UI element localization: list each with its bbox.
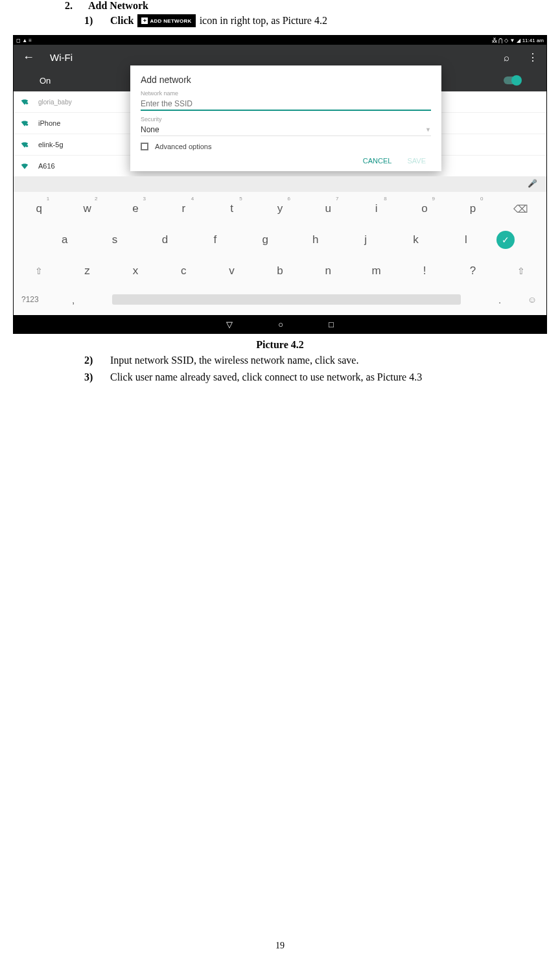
key-w[interactable]: w2 xyxy=(68,202,107,215)
soft-keyboard: q1w2e3r4t5y6u7i8o9p0⌫ asdfghjkl✓ ⇧ zxcvb… xyxy=(14,192,546,315)
comma-key[interactable]: , xyxy=(54,294,93,305)
key-e[interactable]: e3 xyxy=(116,202,155,215)
step1-rest: icon in right top, as Picture 4.2 xyxy=(200,15,327,27)
key-k[interactable]: k xyxy=(396,233,435,246)
key-s[interactable]: s xyxy=(95,233,134,246)
shift-key[interactable]: ⇧ xyxy=(19,266,58,276)
security-label: Security xyxy=(141,116,431,123)
step2-marker: 2) xyxy=(84,355,99,366)
key-m[interactable]: m xyxy=(357,265,396,277)
key-hint: 9 xyxy=(432,196,435,202)
svg-point-0 xyxy=(26,102,29,105)
key-u[interactable]: u7 xyxy=(309,202,347,215)
page-title: Wi-Fi xyxy=(50,52,504,63)
add-network-button-label: ADD NETWORK xyxy=(150,18,191,24)
key-b[interactable]: b xyxy=(261,265,299,277)
back-icon[interactable]: ← xyxy=(23,51,34,64)
key-hint: 0 xyxy=(480,196,483,202)
period-key[interactable]: . xyxy=(480,294,519,305)
plus-icon: + xyxy=(141,18,148,24)
space-key[interactable] xyxy=(112,294,461,305)
chevron-down-icon: ▼ xyxy=(425,126,431,133)
advanced-options-checkbox[interactable] xyxy=(141,143,148,150)
key-z[interactable]: z xyxy=(68,265,107,277)
wifi-signal-icon xyxy=(20,97,29,106)
key-l[interactable]: l xyxy=(447,233,485,246)
key-hint: 6 xyxy=(288,196,290,202)
key-i[interactable]: i8 xyxy=(357,202,396,215)
wifi-signal-icon xyxy=(20,140,29,149)
key-f[interactable]: f xyxy=(196,233,235,246)
key-n[interactable]: n xyxy=(309,265,347,277)
shift-key-right[interactable]: ⇧ xyxy=(502,266,541,276)
key-c[interactable]: c xyxy=(164,265,203,277)
key-o[interactable]: o9 xyxy=(405,202,444,215)
key-x[interactable]: x xyxy=(116,265,155,277)
wifi-on-label: On xyxy=(40,76,51,86)
add-network-dialog: Add network Network name Security None ▼… xyxy=(130,65,441,171)
key-hint: 2 xyxy=(95,196,97,202)
key-d[interactable]: d xyxy=(145,233,184,246)
mic-icon[interactable]: 🎤 xyxy=(528,179,537,188)
key-?[interactable]: ? xyxy=(453,265,492,277)
step1-marker: 1) xyxy=(84,15,99,27)
nav-back-icon[interactable]: ▽ xyxy=(226,320,233,329)
network-name-label: Network name xyxy=(141,90,431,97)
symbols-key[interactable]: ?123 xyxy=(15,295,54,304)
key-h[interactable]: h xyxy=(296,233,335,246)
search-icon[interactable]: ⌕ xyxy=(504,52,509,63)
wifi-signal-icon xyxy=(20,161,29,170)
status-left-icons: ◻ ▲ ≡ xyxy=(16,38,32,43)
ssid-input[interactable] xyxy=(141,97,431,111)
svg-point-2 xyxy=(26,145,29,148)
key-![interactable]: ! xyxy=(405,265,444,277)
android-status-bar: ◻ ▲ ≡ ⁂ ⋂ ◇ ▼ ◢ 11:41 am xyxy=(14,36,546,45)
wifi-network-name: elink-5g xyxy=(38,141,64,148)
nav-recent-icon[interactable]: □ xyxy=(329,320,334,329)
screenshot: ◻ ▲ ≡ ⁂ ⋂ ◇ ▼ ◢ 11:41 am ← Wi-Fi ⌕ ⋮ On … xyxy=(13,35,547,334)
enter-key[interactable]: ✓ xyxy=(496,231,515,249)
key-g[interactable]: g xyxy=(246,233,285,246)
key-j[interactable]: j xyxy=(346,233,385,246)
overflow-menu-icon[interactable]: ⋮ xyxy=(528,51,537,64)
keyboard-suggestion-bar: 🎤 xyxy=(14,176,546,192)
key-p[interactable]: p0 xyxy=(453,202,492,215)
key-hint: 5 xyxy=(239,196,242,202)
wifi-network-name: A616 xyxy=(38,162,55,170)
security-dropdown[interactable]: None ▼ xyxy=(141,123,431,136)
advanced-options-label: Advanced options xyxy=(155,143,211,150)
key-hint: 7 xyxy=(336,196,338,202)
section-number: 2. xyxy=(65,0,76,12)
nav-home-icon[interactable]: ○ xyxy=(278,320,283,329)
key-y[interactable]: y6 xyxy=(261,202,299,215)
dialog-title: Add network xyxy=(141,75,431,85)
key-hint: 8 xyxy=(384,196,386,202)
wifi-toggle[interactable] xyxy=(504,76,520,84)
step2-text: Input network SSID, the wireless network… xyxy=(110,355,358,366)
wifi-network-name: iPhone xyxy=(38,119,60,127)
page-number: 19 xyxy=(0,941,560,951)
key-a[interactable]: a xyxy=(45,233,84,246)
backspace-key[interactable]: ⌫ xyxy=(502,203,541,215)
key-hint: 1 xyxy=(47,196,49,202)
save-button[interactable]: SAVE xyxy=(407,157,426,165)
section-title: Add Network xyxy=(88,0,148,12)
key-q[interactable]: q1 xyxy=(19,202,58,215)
key-r[interactable]: r4 xyxy=(164,202,203,215)
key-t[interactable]: t5 xyxy=(213,202,251,215)
step1-click: Click xyxy=(110,15,134,27)
key-hint: 4 xyxy=(191,196,194,202)
key-hint: 3 xyxy=(143,196,145,202)
svg-point-1 xyxy=(26,124,29,126)
key-v[interactable]: v xyxy=(213,265,251,277)
wifi-signal-icon xyxy=(20,119,29,128)
status-right-icons: ⁂ ⋂ ◇ ▼ ◢ xyxy=(492,38,520,43)
status-time: 11:41 am xyxy=(522,38,544,43)
android-nav-bar: ▽ ○ □ xyxy=(14,315,546,333)
step3-marker: 3) xyxy=(84,371,99,383)
cancel-button[interactable]: CANCEL xyxy=(363,157,392,165)
wifi-network-name: gloria_baby xyxy=(38,99,72,106)
security-value: None xyxy=(141,125,159,134)
add-network-button-image: + ADD NETWORK xyxy=(137,14,195,27)
emoji-key[interactable]: ☺ xyxy=(519,294,545,305)
